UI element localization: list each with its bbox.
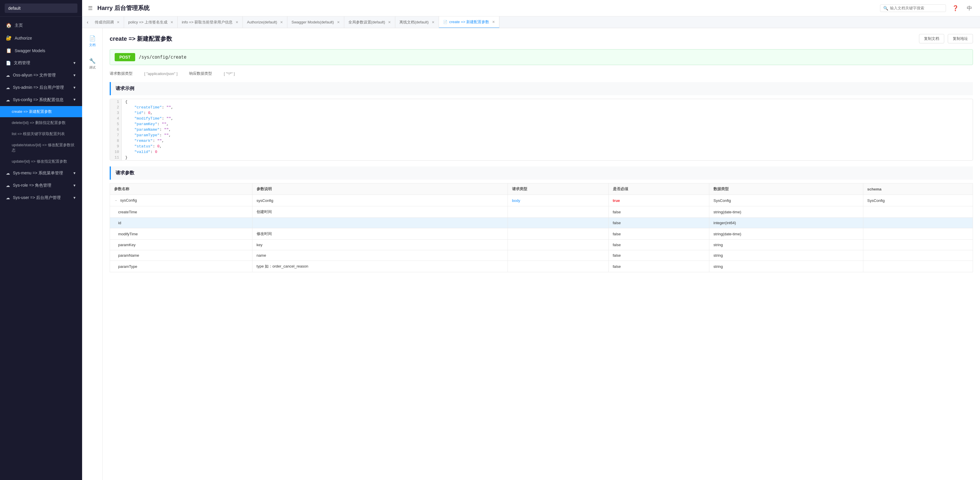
code-line-6: 6 "paramName": "",	[110, 127, 973, 133]
sidebar-item-list-config-label: list => 根据关键字获取配置列表	[12, 131, 65, 136]
chevron-down-icon: ▼	[73, 184, 76, 187]
table-row: paramType type 如：order_cancel_reason fal…	[110, 261, 973, 272]
tab-info-label: info => 获取当前登录用户信息	[182, 20, 232, 25]
tab-swagger-models-close[interactable]: ✕	[337, 20, 340, 24]
sidebar-group-sys-menu[interactable]: ☁ Sys-menu => 系统菜单管理 ▼	[0, 167, 82, 179]
tab-lixian[interactable]: 离线文档(default) ✕	[395, 16, 439, 28]
tab-chuandi[interactable]: 传成功回调 ✕	[91, 16, 124, 28]
lang-toggle[interactable]: 中	[965, 3, 974, 13]
param-required-modifytime: false	[608, 228, 710, 240]
tab-nav-left[interactable]: ‹	[84, 20, 91, 25]
sidebar-group-oss[interactable]: ☁ Oss-aliyun => 文件管理 ▼	[0, 69, 82, 81]
sidebar-group-doc-manage-label: 文档管理	[14, 60, 30, 66]
sidebar-item-delete-config[interactable]: delete/{id} => 删除指定配置参数	[0, 117, 82, 128]
tab-lixian-close[interactable]: ✕	[432, 20, 434, 24]
col-required: 是否必须	[608, 184, 710, 195]
param-schema-paramname	[863, 250, 973, 261]
param-required-paramtype: false	[608, 261, 710, 272]
param-datatype-modifytime: string(date-time)	[710, 228, 863, 240]
sidebar-group-doc-manage[interactable]: 📄 文档管理 ▼	[0, 57, 82, 69]
sidebar-group-sys-admin[interactable]: ☁ Sys-admin => 后台用户管理 ▼	[0, 81, 82, 94]
param-name-createtime: createTime	[110, 206, 253, 218]
sidebar-item-update-status[interactable]: update/status/{id} => 修改配置参数状态	[0, 139, 82, 156]
param-datatype-id: integer(int64)	[710, 218, 863, 228]
tab-active-icon: 📄	[443, 20, 447, 24]
tab-create-config[interactable]: 📄 create => 新建配置参数 ✕	[439, 16, 500, 28]
code-line-4: 4 "modifyTime": "",	[110, 116, 973, 121]
sys-menu-icon: ☁	[6, 171, 10, 176]
request-example-title: 请求示例	[110, 82, 973, 95]
code-line-5: 5 "paramKey": "",	[110, 121, 973, 127]
help-icon[interactable]: ❓	[951, 3, 960, 13]
response-type-value: [ "*/*" ]	[224, 71, 235, 76]
search-input[interactable]	[890, 6, 943, 10]
tab-info-close[interactable]: ✕	[235, 20, 239, 24]
meta-row: 请求数据类型 [ "application/json" ] 响应数据类型 [ "…	[110, 71, 973, 76]
content-sidebar-debug[interactable]: 🔧 调试	[87, 55, 98, 72]
param-datatype-paramname: string	[710, 250, 863, 261]
col-req-type: 请求类型	[508, 184, 608, 195]
sidebar-item-authorize-label: Authorize	[15, 36, 32, 40]
tab-swagger-models[interactable]: Swagger Models(default) ✕	[287, 16, 344, 28]
param-schema-id	[863, 218, 973, 228]
code-line-7: 7 "paramType": "",	[110, 133, 973, 138]
menu-toggle-icon[interactable]: ☰	[88, 5, 93, 11]
param-schema-paramkey	[863, 240, 973, 250]
api-content: create => 新建配置参数 复制文档 复制地址 POST /sys/con…	[103, 28, 980, 480]
tab-info[interactable]: info => 获取当前登录用户信息 ✕	[178, 16, 243, 28]
env-select[interactable]: default	[5, 3, 77, 13]
tab-policy-label: policy => 上传签名生成	[128, 20, 167, 25]
body-link[interactable]: body	[512, 198, 520, 203]
request-type-label: 请求数据类型	[110, 71, 132, 76]
tab-authorize-label: Authorize(default)	[247, 20, 277, 24]
col-param-name: 参数名称	[110, 184, 253, 195]
param-schema-createtime	[863, 206, 973, 218]
tab-authorize-close[interactable]: ✕	[280, 20, 283, 24]
param-name-paramtype: paramType	[110, 261, 253, 272]
sidebar-item-update-status-label: update/status/{id} => 修改配置参数状态	[12, 143, 75, 152]
tab-global-params[interactable]: 全局参数设置(default) ✕	[344, 16, 396, 28]
tab-authorize[interactable]: Authorize(default) ✕	[243, 16, 287, 28]
tab-create-config-close[interactable]: ✕	[492, 20, 495, 24]
request-params-title: 请求参数	[110, 166, 973, 180]
chevron-down-icon: ▼	[73, 86, 76, 90]
sys-admin-icon: ☁	[6, 85, 10, 90]
tab-bar: ‹ 传成功回调 ✕ policy => 上传签名生成 ✕ info => 获取当…	[82, 16, 980, 28]
col-data-type: 数据类型	[710, 184, 863, 195]
params-table: 参数名称 参数说明 请求类型 是否必须 数据类型 schema － sysCon…	[110, 183, 973, 272]
sidebar-item-home[interactable]: 🏠 主页	[0, 19, 82, 32]
sidebar-group-sys-user[interactable]: ☁ Sys-user => 后台用户管理 ▼	[0, 192, 82, 204]
table-row: paramName name false string	[110, 250, 973, 261]
tab-policy[interactable]: policy => 上传签名生成 ✕	[124, 16, 178, 28]
copy-doc-button[interactable]: 复制文档	[919, 34, 944, 43]
param-desc-modifytime: 修改时间	[252, 228, 508, 240]
sidebar-group-sys-role-label: Sys-role => 角色管理	[13, 183, 51, 188]
sidebar-item-create-config-label: create => 新建配置参数	[12, 109, 52, 114]
sidebar-item-update-config[interactable]: update/{id} => 修改指定配置参数	[0, 156, 82, 167]
tab-global-params-close[interactable]: ✕	[388, 20, 391, 24]
chevron-down-icon: ▼	[73, 73, 76, 78]
sys-user-icon: ☁	[6, 195, 10, 200]
sidebar-item-list-config[interactable]: list => 根据关键字获取配置列表	[0, 128, 82, 139]
tab-policy-close[interactable]: ✕	[170, 20, 173, 24]
param-datatype-createtime: string(date-time)	[710, 206, 863, 218]
sidebar-nav: 🏠 主页 🔐 Authorize 📋 Swagger Models 📄 文档管理…	[0, 17, 82, 480]
main-content: ☰ Harry 后台管理系统 🔍 ❓ 中 ‹ 传成功回调 ✕ policy =>…	[82, 0, 980, 480]
sidebar-item-authorize[interactable]: 🔐 Authorize	[0, 32, 82, 44]
col-param-desc: 参数说明	[252, 184, 508, 195]
sidebar-item-update-config-label: update/{id} => 修改指定配置参数	[12, 159, 67, 163]
api-header-actions: 复制文档 复制地址	[919, 34, 973, 43]
content-sidebar-doc[interactable]: 📄 文档	[87, 33, 98, 49]
sidebar-item-create-config[interactable]: create => 新建配置参数	[0, 106, 82, 117]
sidebar-group-sys-role[interactable]: ☁ Sys-role => 角色管理 ▼	[0, 179, 82, 192]
param-datatype-paramkey: string	[710, 240, 863, 250]
sidebar-group-sys-config[interactable]: ☁ Sys-config => 系统配置信息 ▲	[0, 94, 82, 106]
collapse-btn[interactable]: －	[114, 198, 118, 203]
copy-addr-button[interactable]: 复制地址	[948, 34, 973, 43]
sidebar-item-swagger-models[interactable]: 📋 Swagger Models	[0, 44, 82, 57]
debug-icon: 🔧	[89, 58, 95, 64]
table-row: － sysConfig sysConfig body true SysConfi…	[110, 195, 973, 206]
tab-chuandi-close[interactable]: ✕	[117, 20, 119, 24]
param-reqtype-id	[508, 218, 608, 228]
tab-create-config-label: create => 新建配置参数	[449, 19, 489, 25]
